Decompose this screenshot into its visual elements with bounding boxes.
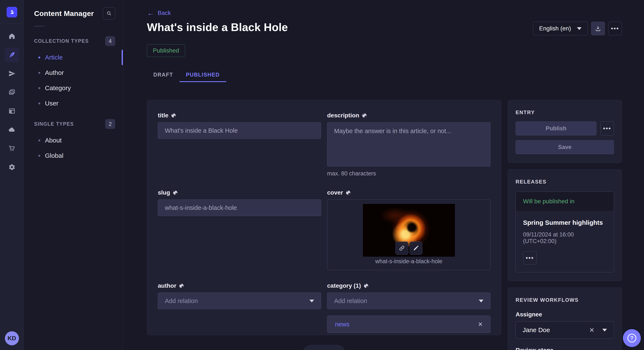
strapi-logo[interactable] (6, 7, 17, 17)
sidebar-item-about[interactable]: About (24, 133, 123, 148)
i18n-globe-icon (171, 113, 176, 118)
rail-item-releases[interactable] (5, 67, 19, 81)
rail-item-content-type-builder[interactable] (5, 104, 19, 118)
rail-item-media-library[interactable] (5, 85, 19, 99)
review-panel-title: REVIEW WORKFLOWS (516, 297, 614, 303)
rail-item-marketplace[interactable] (5, 141, 19, 156)
i18n-globe-icon (179, 283, 184, 288)
gear-icon (8, 164, 16, 171)
publish-button[interactable]: Publish (516, 121, 596, 136)
search-button[interactable] (103, 7, 115, 19)
slug-input[interactable]: what-s-inside-a-black-hole (158, 199, 321, 216)
sidebar-item-global[interactable]: Global (24, 148, 123, 163)
collection-types-section: COLLECTION TYPES 4 Article Author Catego… (24, 36, 123, 111)
remove-relation-icon[interactable]: × (478, 321, 482, 328)
title-input[interactable]: What's inside a Black Hole (158, 122, 321, 139)
tab-draft[interactable]: DRAFT (147, 68, 180, 82)
review-workflows-panel: REVIEW WORKFLOWS Assignee Jane Doe × Rev… (508, 288, 622, 350)
locale-value: English (en) (539, 25, 571, 32)
author-relation-select[interactable]: Add relation (158, 293, 321, 309)
clear-assignee-icon[interactable]: × (590, 326, 594, 334)
dynamic-zone-pill[interactable] (303, 345, 345, 350)
back-label: Back (158, 9, 171, 16)
rail-item-deploy[interactable] (5, 123, 19, 137)
main-nav-rail: KD (0, 0, 24, 350)
bullet-icon (38, 103, 40, 104)
relation-link-news[interactable]: news (335, 321, 350, 328)
sidebar-item-label: Author (45, 69, 64, 76)
locale-select[interactable]: English (en) (533, 22, 588, 35)
bullet-icon (38, 72, 40, 74)
save-button[interactable]: Save (516, 140, 614, 154)
bullet-icon (38, 57, 40, 58)
category-relation-select[interactable]: Add relation (327, 293, 490, 309)
sidebar-item-category[interactable]: Category (24, 80, 123, 96)
i18n-globe-icon (173, 190, 178, 195)
back-link[interactable]: ← Back (147, 9, 171, 16)
sidebar-item-label: About (45, 137, 62, 144)
subnav-title: Content Manager (34, 9, 94, 18)
collection-types-label: COLLECTION TYPES (34, 38, 89, 44)
chevron-down-icon (310, 300, 314, 302)
releases-panel-title: RELEASES (516, 179, 614, 185)
sidebar-item-label: User (45, 100, 58, 107)
entry-panel: ENTRY Publish ••• Save (508, 100, 622, 163)
field-category: category (1) Add relation news (327, 282, 490, 333)
link-icon (399, 245, 405, 251)
more-actions-button[interactable]: ••• (608, 22, 622, 35)
description-field-label: description (327, 112, 359, 119)
assignee-select[interactable]: Jane Doe × (516, 321, 614, 339)
chevron-down-icon (602, 329, 607, 332)
tab-published[interactable]: PUBLISHED (180, 68, 226, 82)
cover-media-card: what-s-inside-a-black-hole (327, 199, 490, 270)
sidebar-item-label: Category (45, 84, 71, 92)
export-button[interactable] (591, 22, 605, 35)
single-types-label: SINGLE TYPES (34, 121, 74, 127)
user-avatar[interactable]: KD (5, 331, 19, 345)
category-placeholder: Add relation (334, 298, 367, 305)
edit-media-button[interactable] (410, 242, 422, 255)
release-title: Spring Summer highlights (523, 219, 606, 226)
author-placeholder: Add relation (165, 298, 198, 305)
sidebar-item-article[interactable]: Article (24, 50, 123, 65)
side-panels: ENTRY Publish ••• Save RELEASES Will be … (508, 100, 622, 350)
description-helper: max. 80 characters (327, 170, 490, 177)
release-more-button[interactable]: ••• (523, 251, 537, 265)
rail-item-home[interactable] (5, 29, 19, 43)
cloud-icon (8, 126, 16, 133)
chevron-down-icon (479, 300, 484, 302)
search-icon (106, 11, 112, 16)
rail-item-settings[interactable] (5, 160, 19, 174)
collection-types-count: 4 (105, 36, 115, 46)
layout-icon (8, 107, 16, 115)
form-column: title What's inside a Black Hole descrip… (147, 100, 501, 350)
cover-field-label: cover (327, 189, 343, 196)
releases-panel: RELEASES Will be published in Spring Sum… (508, 169, 622, 281)
edit-form-card: title What's inside a Black Hole descrip… (147, 100, 501, 335)
author-field-label: author (158, 282, 176, 289)
version-tabs: DRAFT PUBLISHED (147, 68, 622, 82)
content-manager-subnav: Content Manager COLLECTION TYPES 4 Artic… (24, 0, 123, 350)
header-actions: English (en) ••• (533, 22, 622, 35)
release-banner: Will be published in (516, 192, 614, 211)
field-description: description Maybe the answer is in this … (327, 112, 490, 177)
description-textarea[interactable]: Maybe the answer is in this article, or … (327, 122, 490, 167)
paper-plane-icon (8, 70, 16, 77)
rail-nav (5, 29, 19, 179)
i18n-globe-icon (346, 190, 351, 195)
single-types-count: 2 (105, 119, 115, 129)
sidebar-item-user[interactable]: User (24, 96, 123, 111)
help-button[interactable]: ? (623, 329, 641, 347)
bullet-icon (38, 155, 40, 157)
bullet-icon (38, 87, 40, 89)
rail-item-content-manager[interactable] (5, 48, 19, 62)
sidebar-item-author[interactable]: Author (24, 65, 123, 80)
bullet-icon (38, 140, 40, 141)
field-title: title What's inside a Black Hole (158, 112, 321, 139)
media-images-icon (8, 89, 16, 96)
cover-caption: what-s-inside-a-black-hole (327, 258, 490, 265)
pencil-icon (413, 245, 419, 251)
app-root: KD Content Manager COLLECTION TYPES 4 Ar… (0, 0, 644, 350)
entry-more-button[interactable]: ••• (600, 121, 614, 136)
copy-link-button[interactable] (396, 242, 408, 255)
